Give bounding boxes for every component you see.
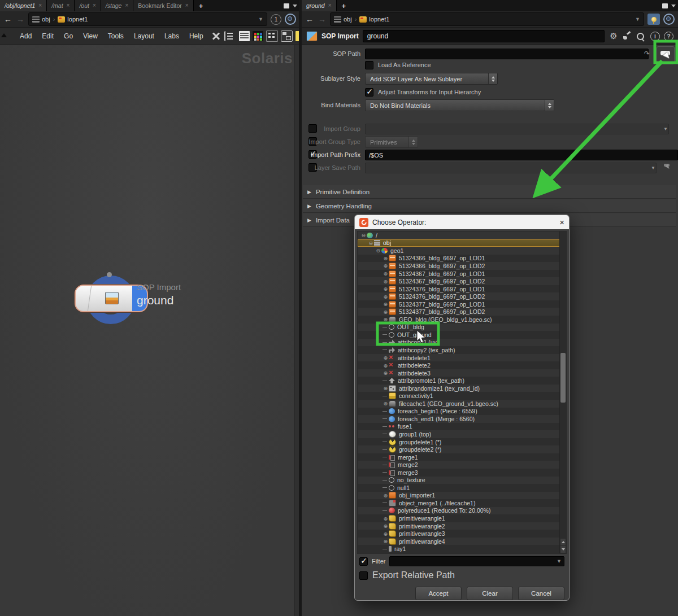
tree-row-51324367_bldg_6697_op_LOD1[interactable]: ⊕51324367_bldg_6697_op_LOD1 bbox=[358, 270, 566, 278]
import-group-input[interactable] bbox=[365, 124, 669, 134]
collapse-branch-icon[interactable]: ⊖ bbox=[375, 247, 381, 254]
tree-row-split1[interactable]: ⊕split1 bbox=[358, 553, 566, 554]
breadcrumb-obj[interactable]: obj bbox=[32, 16, 50, 23]
network-canvas[interactable]: Solaris SOP Import ground bbox=[0, 45, 299, 616]
tree-row-connectivity1[interactable]: connectivity1 bbox=[358, 392, 566, 400]
dropdown-icon[interactable]: ▼ bbox=[651, 165, 655, 171]
tree-row-primitivewrangle2[interactable]: ⊕primitivewrangle2 bbox=[358, 522, 566, 530]
tree-row-attribrandomize1[interactable]: ⊕attribrandomize1 (tex_rand_id) bbox=[358, 385, 566, 392]
tree-row-51324366_bldg_6697_op_LOD1[interactable]: ⊕51324366_bldg_6697_op_LOD1 bbox=[358, 255, 566, 263]
expand-branch-icon[interactable]: ⊕ bbox=[383, 515, 389, 522]
left-path-field[interactable]: obj › lopnet1 ▼ bbox=[28, 12, 267, 26]
pane-layout-icon[interactable] bbox=[662, 3, 668, 8]
file-picker-icon[interactable] bbox=[663, 163, 671, 171]
expand-branch-icon[interactable]: ⊕ bbox=[383, 362, 389, 369]
menu-scroll-icon[interactable] bbox=[1, 33, 7, 37]
network-tab[interactable]: /stage× bbox=[101, 0, 133, 11]
network-tab[interactable]: Bookmark Editor× bbox=[133, 0, 193, 11]
tab-close-icon[interactable]: × bbox=[328, 3, 332, 8]
expand-branch-icon[interactable]: ⊕ bbox=[383, 531, 389, 537]
tree-row-51324376_bldg_6697_op_LOD1[interactable]: ⊕51324376_bldg_6697_op_LOD1 bbox=[358, 285, 566, 293]
pane-layout-icon[interactable] bbox=[284, 3, 289, 8]
menu-view[interactable]: View bbox=[78, 32, 103, 40]
right-path-field[interactable]: obj › lopnet1 ▼ bbox=[330, 12, 644, 26]
pin-button[interactable] bbox=[647, 14, 660, 25]
tree-row-attribdelete3[interactable]: ⊕attribdelete3 bbox=[358, 369, 566, 377]
tree-row-primitivewrangle1[interactable]: ⊕primitivewrangle1 bbox=[358, 514, 566, 522]
path-history-dropdown-icon[interactable]: ▼ bbox=[635, 16, 640, 22]
tree-row-no_texture[interactable]: no_texture bbox=[358, 477, 566, 484]
layout-windows-icon[interactable] bbox=[281, 30, 293, 42]
tree-scrollbar[interactable] bbox=[559, 231, 566, 553]
network-tab[interactable]: /mat× bbox=[47, 0, 75, 11]
tab-close-icon[interactable]: × bbox=[185, 3, 189, 8]
menu-layout[interactable]: Layout bbox=[129, 32, 159, 40]
info-icon[interactable]: i bbox=[650, 32, 660, 41]
tree-row-attribpromote1[interactable]: attribpromote1 (tex_path) bbox=[358, 377, 566, 385]
tree-row-foreach_end1[interactable]: foreach_end1 (Merge : 6560) bbox=[358, 415, 566, 423]
instance-count-badge[interactable]: 1 bbox=[271, 14, 281, 25]
tree-row-OUT_bldg[interactable]: OUT_bldg bbox=[358, 324, 566, 331]
tree-row-obj[interactable]: ⊖obj bbox=[358, 239, 566, 247]
tree-view-icon[interactable] bbox=[224, 31, 236, 41]
tree-row-51324366_bldg_6697_op_LOD2[interactable]: ⊕51324366_bldg_6697_op_LOD2 bbox=[358, 262, 566, 270]
tree-row-obj_importer1[interactable]: ⊕obj_importer1 bbox=[358, 492, 566, 500]
new-tab-button[interactable]: + bbox=[337, 0, 351, 11]
menu-go[interactable]: Go bbox=[59, 32, 78, 40]
dialog-close-icon[interactable]: × bbox=[559, 218, 564, 226]
filter-input[interactable]: ▼ bbox=[389, 556, 564, 566]
tree-row-merge3[interactable]: merge3 bbox=[358, 469, 566, 477]
forward-button[interactable]: → bbox=[318, 15, 327, 24]
tree-row-filecache1[interactable]: ⊕filecache1 (GEO_ground_v1.bgeo.sc) bbox=[358, 400, 566, 408]
tree-row-51324377_bldg_6697_op_LOD1[interactable]: ⊕51324377_bldg_6697_op_LOD1 bbox=[358, 300, 566, 308]
tree-row-groupdelete1[interactable]: groupdelete1 (*) bbox=[358, 438, 566, 446]
import-group-type-dropdown[interactable]: Primitives bbox=[365, 136, 418, 148]
expand-branch-icon[interactable]: ⊕ bbox=[383, 355, 389, 361]
tree-row-attribcopy1[interactable]: attribcopy1 (uv) bbox=[358, 339, 566, 347]
network-scrollbar[interactable] bbox=[294, 45, 299, 616]
expand-branch-icon[interactable]: ⊕ bbox=[383, 286, 389, 292]
tree-row-[interactable]: ⊖/ bbox=[358, 231, 566, 239]
path-history-dropdown-icon[interactable]: ▼ bbox=[258, 16, 263, 22]
network-tab[interactable]: /out× bbox=[75, 0, 101, 11]
tree-row-foreach_begin1[interactable]: foreach_begin1 (Piece : 6559) bbox=[358, 408, 566, 416]
search-icon[interactable] bbox=[637, 33, 644, 40]
bind-materials-dropdown[interactable]: Do Not Bind Materials bbox=[365, 99, 554, 111]
expand-branch-icon[interactable]: ⊕ bbox=[383, 316, 389, 322]
node-name-field[interactable]: ground bbox=[363, 30, 605, 42]
menu-tools[interactable]: Tools bbox=[103, 32, 129, 40]
tree-row-51324377_bldg_6697_op_LOD2[interactable]: ⊕51324377_bldg_6697_op_LOD2 bbox=[358, 308, 566, 316]
menu-labs[interactable]: Labs bbox=[159, 32, 184, 40]
choose-operator-button[interactable] bbox=[657, 46, 675, 64]
tree-row-ray1[interactable]: ray1 bbox=[358, 545, 566, 553]
load-as-reference-checkbox[interactable] bbox=[365, 61, 373, 69]
import-path-prefix-input[interactable]: /$OS bbox=[365, 150, 678, 160]
list-icon[interactable] bbox=[239, 31, 250, 41]
parm-menu-icon[interactable]: ↷ bbox=[644, 50, 650, 58]
expand-branch-icon[interactable]: ⊕ bbox=[383, 553, 389, 554]
clear-button[interactable]: Clear bbox=[467, 587, 513, 600]
expand-branch-icon[interactable]: ⊕ bbox=[383, 263, 389, 269]
expand-branch-icon[interactable]: ⊕ bbox=[383, 309, 389, 315]
accept-button[interactable]: Accept bbox=[415, 587, 462, 600]
tree-row-group1[interactable]: group1 (top) bbox=[358, 430, 566, 438]
expand-branch-icon[interactable]: ⊕ bbox=[383, 538, 389, 544]
tools-icon[interactable] bbox=[211, 31, 221, 41]
tree-row-polyreduce1[interactable]: polyreduce1 (Reduced To: 20.00%) bbox=[358, 507, 566, 515]
section-geometry-handling[interactable]: ▶ Geometry Handling bbox=[303, 199, 676, 213]
filter-dropdown-icon[interactable]: ▼ bbox=[557, 558, 562, 564]
filter-checkbox[interactable]: ✓ bbox=[359, 557, 368, 566]
tree-row-fuse1[interactable]: fuse1 bbox=[358, 423, 566, 431]
expand-branch-icon[interactable]: ⊕ bbox=[383, 301, 389, 307]
tree-row-geo1[interactable]: ⊖geo1 bbox=[358, 247, 566, 255]
sop-import-node[interactable]: SOP Import ground bbox=[73, 230, 260, 326]
collapse-branch-icon[interactable]: ⊖ bbox=[368, 240, 374, 246]
pane-menu-icon[interactable] bbox=[293, 5, 297, 7]
expand-branch-icon[interactable]: ⊕ bbox=[383, 294, 389, 300]
back-button[interactable]: ← bbox=[305, 15, 314, 24]
expand-branch-icon[interactable]: ⊕ bbox=[383, 278, 389, 285]
menu-add[interactable]: Add bbox=[15, 32, 37, 40]
follow-target-icon[interactable] bbox=[663, 14, 675, 25]
tab-close-icon[interactable]: × bbox=[125, 3, 128, 8]
tree-row-GEO_bldg[interactable]: ⊕GEO_bldg (GEO_bldg_v1.bgeo.sc) bbox=[358, 316, 566, 324]
